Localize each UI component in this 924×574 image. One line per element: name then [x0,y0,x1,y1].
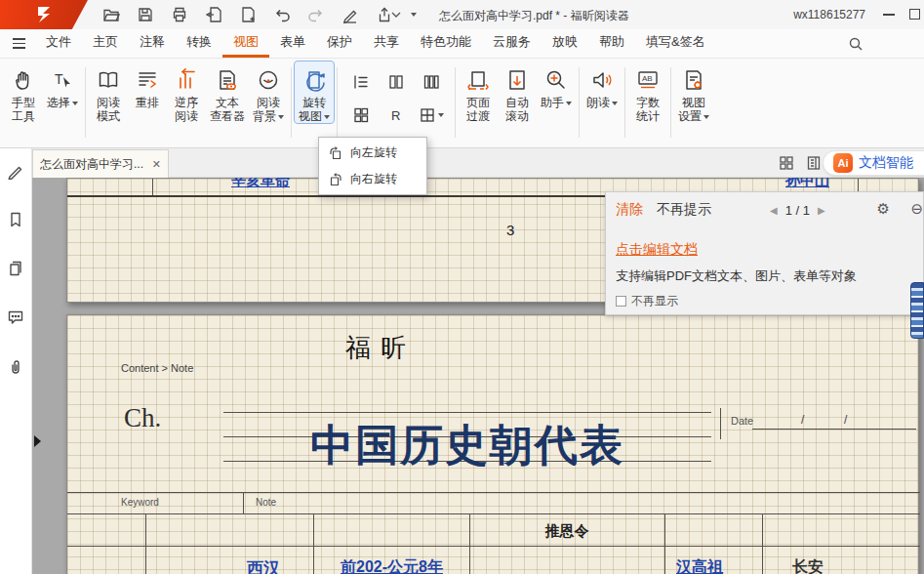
edit-document-link[interactable]: 点击编辑文档 [616,241,698,259]
collapse-toolbar-button[interactable] [388,7,404,22]
column-view-button[interactable] [417,67,446,97]
hint-collapse-icon[interactable]: ⊖ [910,200,923,218]
menu-features[interactable]: 特色功能 [410,29,482,58]
minimize-button[interactable] [883,14,895,16]
redo-icon [307,6,325,23]
hand-tool-button[interactable]: 手型 工具 [4,62,43,123]
menu-protect[interactable]: 保护 [316,29,363,58]
table-cell-capital: 长安 [762,557,854,574]
hamburger-menu-button[interactable] [0,29,35,58]
bookmarks-panel-button[interactable] [5,209,26,230]
view-settings-button[interactable]: 视图 设置 [674,62,713,123]
select-cursor-icon: T [51,64,74,96]
maximize-button[interactable] [909,9,920,20]
grid-view-icon [779,155,794,171]
auto-scroll-label: 自动 滚动 [505,96,529,123]
select-tool-button[interactable]: T 选择 [43,62,82,109]
export-document-button[interactable] [204,5,223,24]
comments-panel-button[interactable] [5,307,26,328]
share-dropdown-caret[interactable] [411,13,417,17]
foxit-logo[interactable] [0,0,88,29]
table-cell-emperor: 汉高祖 [651,557,748,574]
docked-panel-handle[interactable] [910,282,924,339]
next-hint-icon[interactable]: ▶ [818,205,825,216]
read-aloud-label: 朗读 [586,96,610,109]
menu-view[interactable]: 视图 [222,29,269,58]
menu-help[interactable]: 帮助 [588,29,635,58]
assistant-icon [544,64,568,96]
menu-file[interactable]: 文件 [35,29,82,58]
menubar: 文件 主页 注释 转换 视图 表单 保护 共享 特色功能 云服务 放映 帮助 填… [0,29,924,59]
text-viewer-button[interactable]: 文本 查看器 [206,62,249,123]
ruled-line [223,412,711,413]
dont-show-checkbox[interactable] [616,296,626,307]
create-document-button[interactable] [238,5,258,24]
document-ai-button[interactable]: Ai 文档智能 [823,150,924,176]
annotate-panel-button[interactable] [5,160,26,182]
pdf-page-2[interactable]: 福昕 Content > Note Ch. 中国历史朝代表 Date / / K… [66,314,919,574]
word-count-button[interactable]: AB 字数 统计 [628,62,667,123]
rotate-view-label: 旋转 视图 [299,96,326,123]
menu-presentation[interactable]: 放映 [542,29,588,58]
rotate-right-icon [328,172,343,187]
rotate-right-menu-item[interactable]: 向右旋转 [319,166,426,192]
auto-scroll-button[interactable]: 自动 滚动 [498,62,537,123]
clear-button[interactable]: 清除 [616,201,643,219]
facing-pages-view-button[interactable] [382,67,411,97]
page-transition-button[interactable]: 页面 过渡 [459,62,498,123]
read-aloud-button[interactable]: 朗读 [583,62,622,109]
reading-order-button[interactable]: R [382,101,411,130]
undo-button[interactable] [272,5,292,24]
note-label: Note [256,497,276,508]
pages-panel-button[interactable] [5,258,26,279]
menu-fill-sign[interactable]: 填写&签名 [635,29,716,58]
reflow-icon [136,64,159,96]
search-button[interactable] [848,36,864,52]
assistant-button[interactable]: 助手 [537,62,576,109]
account-name[interactable]: wx118615277 [793,8,865,21]
page1-heading-right: 孙中山 [785,178,829,190]
page-list-icon [806,155,822,171]
reflow-button[interactable]: 重排 [128,62,167,109]
read-mode-button[interactable]: 阅读 模式 [89,62,128,123]
save-button[interactable] [136,5,155,24]
no-more-tips-button[interactable]: 不再提示 [657,201,711,219]
rotate-view-button[interactable]: 旋转 视图 [295,62,334,123]
table-line [67,513,920,514]
pencil-icon [7,162,24,180]
view-settings-label: 视图 设置 [678,96,705,123]
edit-pen-button[interactable] [341,5,360,24]
reverse-read-button[interactable]: 逆序 阅读 [167,62,206,123]
hint-settings-gear-icon[interactable]: ⚙ [877,200,890,218]
rotate-left-menu-item[interactable]: 向左旋转 [319,140,426,166]
reverse-read-label: 逆序 阅读 [175,96,198,123]
table-cell-policy: 推恩令 [469,522,664,541]
read-background-button[interactable]: 阅读 背景 [249,62,288,123]
export-document-icon [205,6,222,23]
continuous-view-button[interactable] [346,101,376,130]
menu-cloud[interactable]: 云服务 [482,29,542,58]
menu-comment[interactable]: 注释 [129,29,176,58]
rotate-view-icon [302,64,326,96]
thumbnail-view-button[interactable] [778,154,795,172]
ruled-line [752,429,916,430]
document-tab[interactable]: 怎么面对高中学习... ✕ [32,149,169,178]
dont-show-again-option[interactable]: 不再显示 [616,293,678,309]
paperclip-icon [7,357,24,375]
prev-hint-icon[interactable]: ◀ [770,205,778,216]
menu-form[interactable]: 表单 [269,29,316,58]
single-page-view-button[interactable] [346,67,376,97]
attachments-panel-button[interactable] [5,355,26,377]
page-list-view-button[interactable] [805,154,823,172]
close-tab-icon[interactable]: ✕ [152,158,161,171]
keyword-label: Keyword [121,497,159,508]
menu-home[interactable]: 主页 [82,29,129,58]
open-file-button[interactable] [101,5,121,24]
menu-share[interactable]: 共享 [363,29,410,58]
split-view-button[interactable] [417,101,446,130]
menu-convert[interactable]: 转换 [176,29,222,58]
sidebar-expand-handle[interactable] [34,435,41,447]
assistant-label: 助手 [541,96,564,109]
print-button[interactable] [170,5,189,24]
redo-button[interactable] [306,5,326,24]
